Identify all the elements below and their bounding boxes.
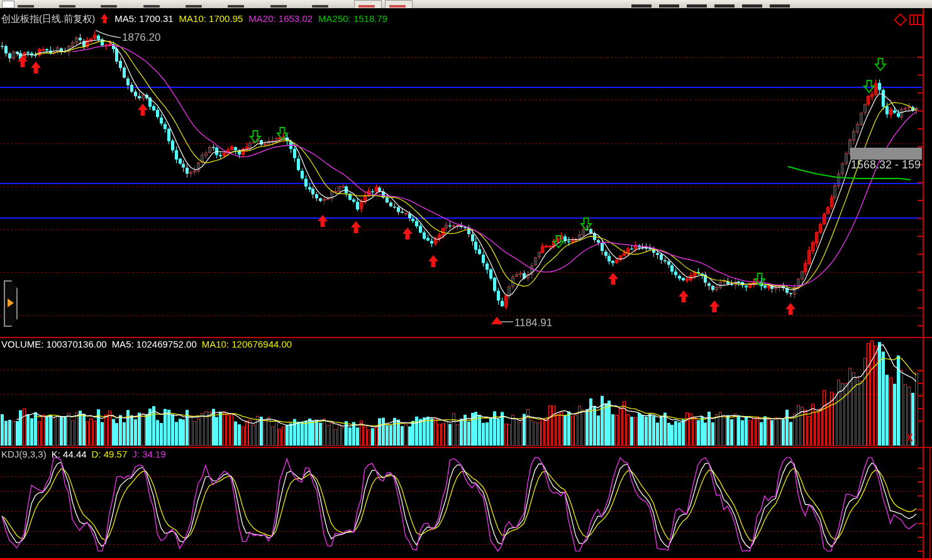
kdj-header: KDJ(9,3,3)K: 44.44D: 49.57J: 34.19 [1, 449, 171, 459]
menu-item-clipped[interactable] [59, 5, 75, 8]
chart-header: 创业板指(日线.前复权)MA5: 1700.31MA10: 1700.95MA2… [1, 13, 393, 25]
trading-app-window: 创业板指(日线.前复权)MA5: 1700.31MA10: 1700.95MA2… [0, 0, 932, 560]
volume-panel-top-border [0, 337, 932, 338]
instrument-title: 创业板指(日线.前复权) [1, 13, 95, 24]
expand-arrow-icon [8, 299, 14, 307]
sidebar-expand-toggle[interactable] [4, 280, 18, 327]
menu-text-clipped [687, 4, 707, 8]
menu-text-clipped [631, 4, 652, 8]
high-price-annotation: 1876.20 [122, 31, 160, 44]
menu-text-clipped [742, 4, 762, 8]
price-axis-border [923, 8, 924, 559]
menu-text-clipped [714, 4, 735, 8]
volume-ma5-value: MA5: 102469752.00 [112, 339, 197, 349]
kdj-k-value: K: 44.44 [52, 449, 87, 459]
menu-toolbar-box[interactable] [354, 0, 382, 9]
menu-item-clipped[interactable] [101, 5, 117, 8]
ma5-value: MA5: 1700.31 [114, 13, 173, 24]
multi-window-icon[interactable] [909, 14, 923, 25]
volume-chart-canvas[interactable] [0, 338, 932, 446]
ma250-value: MA250: 1518.79 [318, 13, 387, 24]
app-logo-icon [2, 1, 14, 8]
kdj-chart-canvas[interactable] [0, 448, 932, 558]
volume-header: VOLUME: 100370136.00MA5: 102469752.00MA1… [1, 339, 297, 349]
menu-item-clipped[interactable] [228, 5, 244, 8]
menu-item-clipped[interactable] [143, 5, 160, 8]
menu-item-clipped[interactable] [18, 5, 34, 8]
volume-ma10-value: MA10: 120676944.00 [202, 339, 292, 349]
kdj-j-value: J: 34.19 [132, 449, 165, 459]
price-range-label: 1568.32 - 159 [851, 158, 922, 172]
menu-bar[interactable] [0, 0, 932, 9]
price-up-arrow-icon [101, 14, 109, 23]
kdj-d-value: D: 49.57 [92, 449, 128, 459]
menu-toolbar-box[interactable] [385, 0, 413, 9]
menu-item-clipped[interactable] [186, 5, 202, 8]
kdj-axis-border [929, 448, 931, 559]
menu-item-clipped[interactable] [270, 5, 287, 8]
ma20-value: MA20: 1653.02 [248, 13, 313, 24]
kdj-name: KDJ(9,3,3) [1, 449, 47, 459]
menu-text-clipped [659, 4, 679, 8]
menu-item-clipped[interactable] [312, 5, 328, 8]
volume-value: VOLUME: 100370136.00 [1, 339, 107, 349]
kdj-panel-top-border [0, 447, 932, 448]
main-price-chart-canvas[interactable] [0, 8, 932, 337]
menu-text-clipped [770, 4, 790, 8]
ma10-value: MA10: 1700.95 [179, 13, 243, 24]
low-price-annotation: 1184.91 [514, 317, 552, 329]
close-panel-icon[interactable]: X [906, 432, 913, 444]
